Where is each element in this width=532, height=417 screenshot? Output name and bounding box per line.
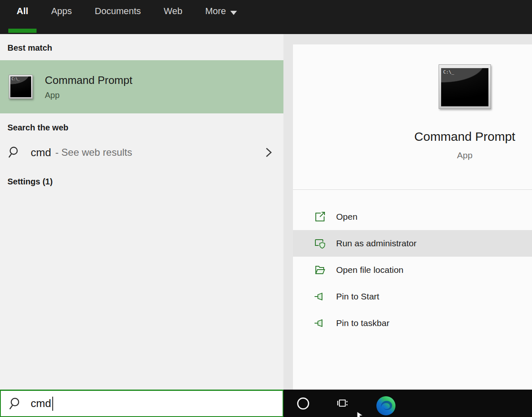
action-open[interactable]: Open bbox=[293, 204, 532, 230]
action-open-file-location[interactable]: Open file location bbox=[293, 257, 532, 283]
start-search-flyout: All Apps Documents Web More Best match C… bbox=[0, 0, 532, 417]
best-match-subtitle: App bbox=[45, 91, 132, 100]
action-run-as-administrator[interactable]: Run as administrator bbox=[293, 230, 532, 257]
preview-title: Command Prompt bbox=[414, 130, 515, 144]
tab-more[interactable]: More bbox=[205, 6, 237, 17]
chevron-down-triangle-icon bbox=[230, 11, 237, 15]
search-web-header: Search the web bbox=[0, 123, 283, 132]
folder-location-icon bbox=[314, 264, 326, 276]
action-label: Pin to Start bbox=[336, 292, 379, 302]
cmd-window-icon: C:\_ bbox=[439, 64, 491, 109]
search-filter-bar: All Apps Documents Web More bbox=[0, 0, 532, 34]
mouse-cursor bbox=[356, 412, 363, 417]
action-pin-to-start[interactable]: Pin to Start bbox=[293, 283, 532, 310]
settings-header: Settings (1) bbox=[0, 177, 283, 186]
best-match-result-command-prompt[interactable]: C:\_ Command Prompt App bbox=[0, 60, 283, 113]
tab-apps[interactable]: Apps bbox=[51, 6, 72, 17]
search-icon bbox=[8, 146, 22, 159]
open-external-icon bbox=[314, 211, 326, 223]
pin-icon bbox=[314, 290, 326, 303]
action-label: Open bbox=[336, 212, 357, 222]
tab-documents[interactable]: Documents bbox=[95, 6, 141, 17]
action-pin-to-taskbar[interactable]: Pin to taskbar bbox=[293, 310, 532, 336]
web-suffix-text: - See web results bbox=[55, 147, 132, 158]
cortana-circle-icon[interactable] bbox=[297, 397, 309, 410]
action-label: Open file location bbox=[336, 265, 403, 275]
web-search-result-row[interactable]: cmd - See web results bbox=[0, 139, 283, 166]
text-cursor bbox=[52, 397, 53, 411]
cmd-window-icon: C:\_ bbox=[9, 75, 33, 99]
edge-icon[interactable] bbox=[376, 396, 396, 416]
tab-more-label: More bbox=[205, 6, 226, 17]
chevron-right-icon[interactable] bbox=[264, 146, 273, 159]
taskbar bbox=[283, 390, 532, 417]
best-match-header: Best match bbox=[0, 34, 283, 53]
result-preview-panel: C:\_ Command Prompt App Open bbox=[293, 44, 532, 390]
pin-icon bbox=[314, 317, 326, 329]
task-view-icon[interactable] bbox=[336, 398, 349, 409]
action-label: Pin to taskbar bbox=[336, 318, 389, 328]
preview-subtitle: App bbox=[457, 150, 472, 160]
shield-admin-icon bbox=[314, 237, 326, 250]
search-input[interactable]: cmd bbox=[0, 390, 283, 417]
web-query-text: cmd bbox=[31, 146, 51, 159]
action-label: Run as administrator bbox=[336, 238, 417, 248]
search-input-value: cmd bbox=[31, 397, 51, 410]
best-match-title: Command Prompt bbox=[45, 74, 132, 87]
preview-summary: C:\_ Command Prompt App bbox=[293, 44, 532, 190]
best-match-texts: Command Prompt App bbox=[45, 74, 132, 100]
tab-web[interactable]: Web bbox=[164, 6, 183, 17]
tab-all[interactable]: All bbox=[17, 6, 28, 17]
context-actions: Open Run as administrator Open file loca… bbox=[293, 204, 532, 336]
results-panel: Best match C:\_ Command Prompt App Searc… bbox=[0, 34, 283, 390]
search-icon bbox=[9, 397, 22, 411]
